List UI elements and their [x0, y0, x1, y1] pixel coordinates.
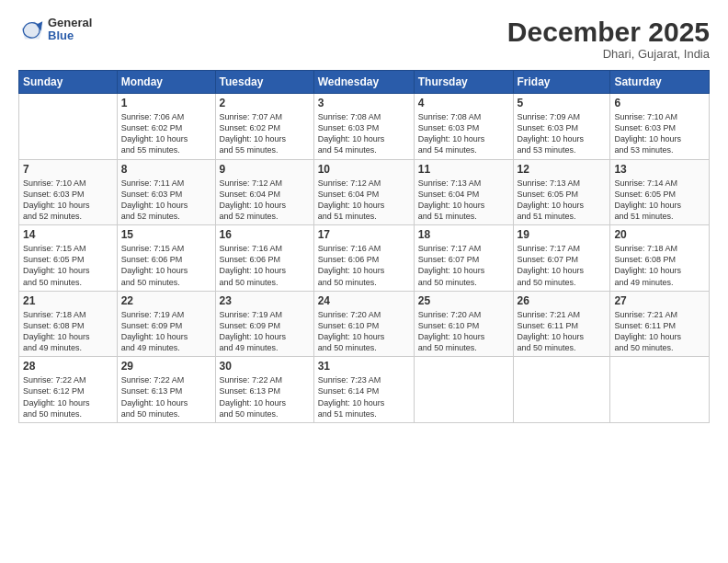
day-number: 3 [318, 97, 410, 109]
day-info: Sunrise: 7:16 AM Sunset: 6:06 PM Dayligh… [318, 243, 410, 288]
day-info: Sunrise: 7:10 AM Sunset: 6:03 PM Dayligh… [614, 111, 705, 156]
day-number: 28 [23, 360, 113, 373]
calendar-cell: 5Sunrise: 7:09 AM Sunset: 6:03 PM Daylig… [513, 94, 610, 160]
day-number: 31 [318, 360, 410, 373]
day-info: Sunrise: 7:21 AM Sunset: 6:11 PM Dayligh… [614, 309, 705, 354]
calendar-cell: 27Sunrise: 7:21 AM Sunset: 6:11 PM Dayli… [610, 291, 710, 357]
calendar-cell: 31Sunrise: 7:23 AM Sunset: 6:14 PM Dayli… [313, 357, 414, 423]
logo-text: General Blue [48, 17, 92, 43]
calendar-cell: 4Sunrise: 7:08 AM Sunset: 6:03 PM Daylig… [414, 94, 513, 160]
calendar-cell: 24Sunrise: 7:20 AM Sunset: 6:10 PM Dayli… [313, 291, 414, 357]
calendar-cell: 28Sunrise: 7:22 AM Sunset: 6:12 PM Dayli… [19, 357, 118, 423]
col-header-saturday: Saturday [610, 71, 710, 94]
day-info: Sunrise: 7:16 AM Sunset: 6:06 PM Dayligh… [220, 243, 310, 288]
calendar-cell: 1Sunrise: 7:06 AM Sunset: 6:02 PM Daylig… [117, 94, 215, 160]
week-row-2: 7Sunrise: 7:10 AM Sunset: 6:03 PM Daylig… [19, 159, 710, 225]
calendar-cell: 21Sunrise: 7:18 AM Sunset: 6:08 PM Dayli… [19, 291, 118, 357]
calendar-cell: 15Sunrise: 7:15 AM Sunset: 6:06 PM Dayli… [117, 225, 215, 292]
calendar-cell [19, 94, 118, 160]
day-number: 17 [318, 228, 410, 241]
logo: General Blue [18, 17, 92, 43]
header: General Blue December 2025 Dhari, Gujara… [18, 17, 710, 61]
logo-general-text: General [48, 17, 92, 29]
col-header-tuesday: Tuesday [215, 71, 313, 94]
calendar-cell: 16Sunrise: 7:16 AM Sunset: 6:06 PM Dayli… [215, 225, 313, 292]
day-info: Sunrise: 7:13 AM Sunset: 6:05 PM Dayligh… [518, 178, 607, 223]
calendar-cell: 23Sunrise: 7:19 AM Sunset: 6:09 PM Dayli… [215, 291, 313, 357]
day-number: 20 [614, 228, 705, 241]
day-info: Sunrise: 7:12 AM Sunset: 6:04 PM Dayligh… [220, 178, 310, 223]
day-info: Sunrise: 7:18 AM Sunset: 6:08 PM Dayligh… [614, 243, 705, 288]
day-number: 27 [614, 294, 705, 307]
day-number: 19 [518, 228, 607, 241]
day-info: Sunrise: 7:06 AM Sunset: 6:02 PM Dayligh… [121, 111, 211, 156]
calendar-cell: 6Sunrise: 7:10 AM Sunset: 6:03 PM Daylig… [610, 94, 710, 160]
day-number: 30 [220, 360, 310, 373]
day-info: Sunrise: 7:22 AM Sunset: 6:13 PM Dayligh… [121, 374, 211, 419]
calendar-cell: 2Sunrise: 7:07 AM Sunset: 6:02 PM Daylig… [215, 94, 313, 160]
day-number: 4 [418, 97, 509, 109]
col-header-monday: Monday [117, 71, 215, 94]
calendar-cell: 25Sunrise: 7:20 AM Sunset: 6:10 PM Dayli… [414, 291, 513, 357]
week-row-5: 28Sunrise: 7:22 AM Sunset: 6:12 PM Dayli… [19, 357, 710, 423]
day-info: Sunrise: 7:19 AM Sunset: 6:09 PM Dayligh… [220, 309, 310, 354]
day-info: Sunrise: 7:10 AM Sunset: 6:03 PM Dayligh… [23, 178, 113, 223]
calendar-cell: 22Sunrise: 7:19 AM Sunset: 6:09 PM Dayli… [117, 291, 215, 357]
day-number: 22 [121, 294, 211, 307]
day-number: 23 [220, 294, 310, 307]
calendar-cell: 9Sunrise: 7:12 AM Sunset: 6:04 PM Daylig… [215, 159, 313, 225]
col-header-wednesday: Wednesday [313, 71, 414, 94]
calendar-table: SundayMondayTuesdayWednesdayThursdayFrid… [18, 70, 710, 423]
day-number: 8 [121, 163, 211, 176]
title-block: December 2025 Dhari, Gujarat, India [507, 17, 710, 61]
calendar-cell: 18Sunrise: 7:17 AM Sunset: 6:07 PM Dayli… [414, 225, 513, 292]
calendar-cell: 3Sunrise: 7:08 AM Sunset: 6:03 PM Daylig… [313, 94, 414, 160]
day-number: 9 [220, 163, 310, 176]
day-number: 29 [121, 360, 211, 373]
location: Dhari, Gujarat, India [507, 47, 710, 61]
day-number: 16 [220, 228, 310, 241]
col-header-thursday: Thursday [414, 71, 513, 94]
calendar-cell: 17Sunrise: 7:16 AM Sunset: 6:06 PM Dayli… [313, 225, 414, 292]
day-number: 13 [614, 163, 705, 176]
logo-blue-text: Blue [48, 29, 92, 42]
day-info: Sunrise: 7:07 AM Sunset: 6:02 PM Dayligh… [220, 111, 310, 156]
page: General Blue December 2025 Dhari, Gujara… [0, 0, 728, 563]
calendar-cell: 13Sunrise: 7:14 AM Sunset: 6:05 PM Dayli… [610, 159, 710, 225]
day-number: 10 [318, 163, 410, 176]
day-info: Sunrise: 7:20 AM Sunset: 6:10 PM Dayligh… [318, 309, 410, 354]
calendar-cell: 29Sunrise: 7:22 AM Sunset: 6:13 PM Dayli… [117, 357, 215, 423]
day-info: Sunrise: 7:17 AM Sunset: 6:07 PM Dayligh… [418, 243, 509, 288]
col-header-friday: Friday [513, 71, 610, 94]
day-info: Sunrise: 7:15 AM Sunset: 6:06 PM Dayligh… [121, 243, 211, 288]
day-number: 2 [220, 97, 310, 109]
day-number: 7 [23, 163, 113, 176]
month-title: December 2025 [507, 17, 710, 47]
week-row-4: 21Sunrise: 7:18 AM Sunset: 6:08 PM Dayli… [19, 291, 710, 357]
day-number: 12 [518, 163, 607, 176]
day-info: Sunrise: 7:09 AM Sunset: 6:03 PM Dayligh… [518, 111, 607, 156]
day-info: Sunrise: 7:12 AM Sunset: 6:04 PM Dayligh… [318, 178, 410, 223]
calendar-cell: 26Sunrise: 7:21 AM Sunset: 6:11 PM Dayli… [513, 291, 610, 357]
col-header-sunday: Sunday [19, 71, 118, 94]
calendar-header-row: SundayMondayTuesdayWednesdayThursdayFrid… [19, 71, 710, 94]
calendar-cell: 10Sunrise: 7:12 AM Sunset: 6:04 PM Dayli… [313, 159, 414, 225]
day-info: Sunrise: 7:23 AM Sunset: 6:14 PM Dayligh… [318, 374, 410, 419]
calendar-cell: 14Sunrise: 7:15 AM Sunset: 6:05 PM Dayli… [19, 225, 118, 292]
day-info: Sunrise: 7:13 AM Sunset: 6:04 PM Dayligh… [418, 178, 509, 223]
day-number: 24 [318, 294, 410, 307]
day-number: 6 [614, 97, 705, 109]
day-number: 18 [418, 228, 509, 241]
day-number: 1 [121, 97, 211, 109]
calendar-cell: 12Sunrise: 7:13 AM Sunset: 6:05 PM Dayli… [513, 159, 610, 225]
day-info: Sunrise: 7:15 AM Sunset: 6:05 PM Dayligh… [23, 243, 113, 288]
day-number: 25 [418, 294, 509, 307]
calendar-cell: 20Sunrise: 7:18 AM Sunset: 6:08 PM Dayli… [610, 225, 710, 292]
day-number: 21 [23, 294, 113, 307]
calendar-cell: 11Sunrise: 7:13 AM Sunset: 6:04 PM Dayli… [414, 159, 513, 225]
day-info: Sunrise: 7:08 AM Sunset: 6:03 PM Dayligh… [418, 111, 509, 156]
day-info: Sunrise: 7:19 AM Sunset: 6:09 PM Dayligh… [121, 309, 211, 354]
calendar-cell [513, 357, 610, 423]
day-info: Sunrise: 7:11 AM Sunset: 6:03 PM Dayligh… [121, 178, 211, 223]
calendar-cell [414, 357, 513, 423]
